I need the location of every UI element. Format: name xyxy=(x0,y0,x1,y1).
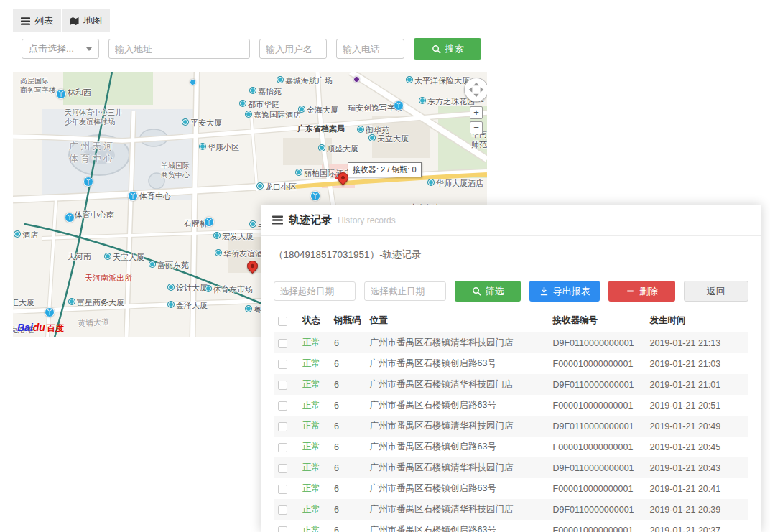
status-cell: 正常 xyxy=(298,332,330,353)
row-checkbox[interactable] xyxy=(278,526,287,532)
code-cell: 6 xyxy=(330,416,366,437)
map-label: 酒店 xyxy=(14,230,38,240)
search-icon xyxy=(432,45,441,54)
pan-control[interactable] xyxy=(464,78,487,102)
receiver-cell: D9F0110000000001 xyxy=(549,416,646,437)
receiver-cell: D9F0110000000001 xyxy=(549,457,646,478)
poi-dot-icon xyxy=(353,76,360,83)
start-date-input[interactable] xyxy=(274,281,356,301)
table-row: 正常6广州市番禺区石楼镇创启路63号F0000100000000012019-0… xyxy=(274,520,748,532)
row-checkbox[interactable] xyxy=(278,505,287,515)
tab-list[interactable]: 列表 xyxy=(13,9,61,32)
row-checkbox[interactable] xyxy=(278,360,287,369)
search-button-label: 搜索 xyxy=(445,42,464,55)
poi-dot-icon xyxy=(190,79,196,85)
location-cell: 广州市番禺区石楼镇清华科技园门店 xyxy=(366,374,549,395)
map-label: 宏发大厦 xyxy=(214,231,254,241)
map-label: 华师大厦酒店 xyxy=(428,178,483,188)
code-cell: 6 xyxy=(330,437,366,457)
row-checkbox[interactable] xyxy=(278,422,287,431)
map-label: 嘉逸国际酒店 xyxy=(246,110,301,120)
poi-dot-icon xyxy=(205,286,211,291)
metro-station-icon: 丫 xyxy=(394,101,404,111)
zoom-out-button[interactable]: − xyxy=(470,121,483,134)
code-cell: 6 xyxy=(330,374,366,395)
time-cell: 2019-01-21 20:41 xyxy=(646,478,749,499)
panel-header: 轨迹记录 History records xyxy=(261,205,761,236)
time-cell: 2019-01-21 20:43 xyxy=(646,457,749,478)
status-cell: 正常 xyxy=(298,478,330,499)
row-checkbox[interactable] xyxy=(278,485,287,494)
delete-button[interactable]: 删除 xyxy=(608,281,674,302)
row-checkbox[interactable] xyxy=(278,381,287,390)
map-label: 黄埔大道 xyxy=(78,317,110,329)
receiver-cell: D9F0110000000001 xyxy=(549,332,646,353)
status-cell: 正常 xyxy=(298,437,330,457)
metro-station-icon: 丫 xyxy=(56,89,66,99)
history-table-body: 正常6广州市番禺区石楼镇清华科技园门店D9F01100000000012019-… xyxy=(274,332,748,532)
time-cell: 2019-01-21 20:45 xyxy=(646,437,749,457)
status-cell: 正常 xyxy=(298,395,330,416)
time-cell: 2019-01-21 20:37 xyxy=(646,520,749,532)
map-label: 天河南 xyxy=(68,251,91,261)
zoom-in-button[interactable]: + xyxy=(470,106,483,119)
back-button[interactable]: 返回 xyxy=(684,281,748,302)
search-button[interactable]: 搜索 xyxy=(414,38,481,60)
column-header: 位置 xyxy=(366,309,549,332)
panel-body: （1804918517031951）-轨迹记录 筛选 导出报表 删除 返回 xyxy=(261,236,761,532)
map-label: 天河体育中心三井 少年友谊棒球场 xyxy=(65,108,122,126)
table-row: 正常6广州市番禺区石楼镇清华科技园门店D9F01100000000012019-… xyxy=(274,374,748,395)
location-cell: 广州市番禺区石楼镇创启路63号 xyxy=(366,395,549,416)
address-input[interactable] xyxy=(108,39,250,59)
location-cell: 广州市番禺区石楼镇创启路63号 xyxy=(366,520,549,532)
time-cell: 2019-01-21 21:03 xyxy=(646,353,749,374)
download-icon xyxy=(539,286,549,296)
row-checkbox[interactable] xyxy=(278,443,287,452)
location-cell: 广州市番禺区石楼镇清华科技园门店 xyxy=(366,332,549,353)
tab-map[interactable]: 地图 xyxy=(62,9,110,32)
status-cell: 正常 xyxy=(298,457,330,478)
export-button[interactable]: 导出报表 xyxy=(529,281,600,302)
zoom-controls: + − xyxy=(470,106,483,134)
map-label: 顺盛大厦 xyxy=(319,144,358,154)
map-icon xyxy=(70,17,79,26)
location-cell: 广州市番禺区石楼镇清华科技园门店 xyxy=(366,499,549,520)
status-cell: 正常 xyxy=(298,416,330,437)
row-checkbox[interactable] xyxy=(278,464,287,473)
end-date-input[interactable] xyxy=(364,281,446,301)
map-pin-marker[interactable] xyxy=(245,258,260,274)
column-header: 状态 xyxy=(298,309,330,332)
map-label: 嘉城海航广场 xyxy=(277,75,333,85)
location-cell: 广州市番禺区石楼镇创启路63号 xyxy=(366,353,549,374)
metro-station-icon: 丫 xyxy=(83,177,93,187)
receiver-cell: D9F0110000000001 xyxy=(549,374,646,395)
status-cell: 正常 xyxy=(298,353,330,374)
poi-dot-icon xyxy=(14,231,20,237)
metro-station-icon: 丫 xyxy=(65,213,75,223)
metro-station-icon: 丫 xyxy=(128,191,138,201)
status-cell: 正常 xyxy=(298,520,330,532)
select-filter[interactable]: 点击选择... xyxy=(22,39,99,59)
code-cell: 6 xyxy=(330,457,366,478)
receiver-cell: F000010000000001 xyxy=(549,395,646,416)
username-input[interactable] xyxy=(259,39,327,59)
code-cell: 6 xyxy=(330,499,366,520)
map-info-tooltip: 接收器: 2 / 钢瓶: 0 xyxy=(348,162,422,177)
phone-input[interactable] xyxy=(336,39,404,59)
map-label: 富汇大厦 xyxy=(13,297,34,307)
filter-button[interactable]: 筛选 xyxy=(455,281,521,302)
table-row: 正常6广州市番禺区石楼镇创启路63号F0000100000000012019-0… xyxy=(274,437,748,457)
poi-dot-icon xyxy=(240,101,246,106)
map-label: 体育中心南 xyxy=(75,210,114,220)
poi-dot-icon xyxy=(250,88,256,93)
metro-station-icon: 丫 xyxy=(204,217,214,227)
select-all-checkbox[interactable] xyxy=(278,317,287,326)
time-cell: 2019-01-21 21:01 xyxy=(646,374,749,395)
row-checkbox[interactable] xyxy=(278,401,287,411)
poi-dot-icon xyxy=(428,179,434,185)
poi-dot-icon xyxy=(105,253,111,259)
panel-subtitle: History records xyxy=(338,215,396,225)
table-row: 正常6广州市番禺区石楼镇清华科技园门店D9F01100000000012019-… xyxy=(274,457,748,478)
metro-station-icon: 丫 xyxy=(45,307,55,317)
row-checkbox[interactable] xyxy=(278,339,287,348)
